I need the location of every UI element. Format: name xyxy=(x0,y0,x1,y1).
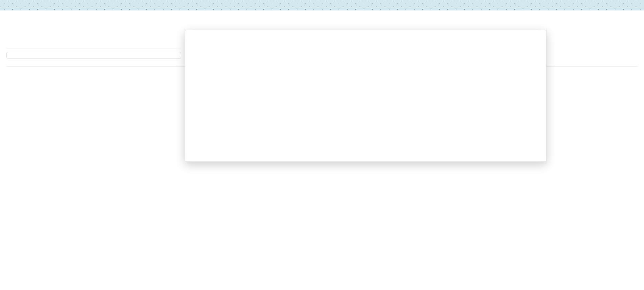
window-tab-bar xyxy=(0,0,644,10)
app-icon xyxy=(0,0,10,10)
links-dialog xyxy=(185,30,546,162)
tab-bar-decoration xyxy=(10,0,644,10)
toolbar xyxy=(0,10,644,30)
registration-section-title xyxy=(6,44,181,48)
registration-form xyxy=(6,52,181,59)
